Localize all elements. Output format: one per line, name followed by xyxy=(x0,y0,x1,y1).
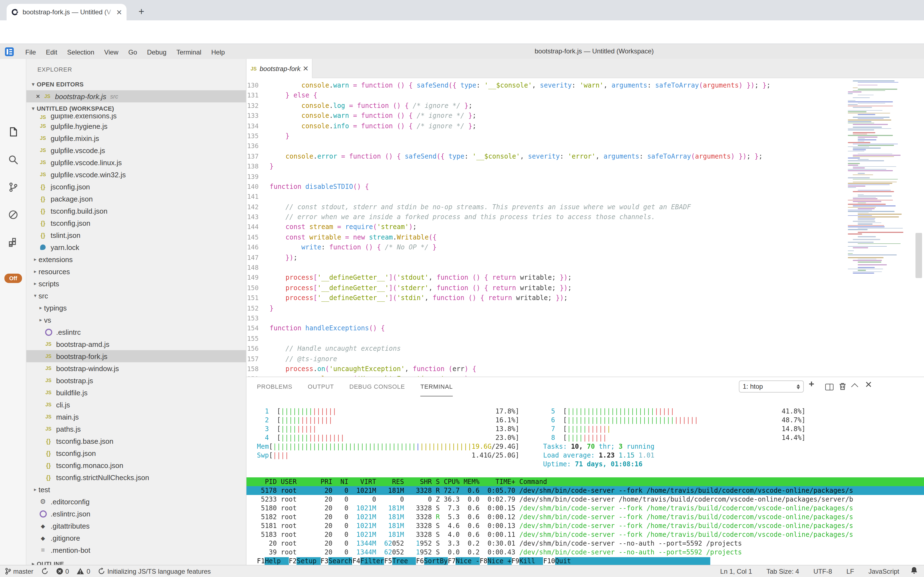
json-file-icon: {} xyxy=(44,450,53,456)
code-editor[interactable]: 130 console.warn = function () { safeSen… xyxy=(246,78,845,379)
explorer-sidebar: EXPLORER ▾ OPEN EDITORS × JS bootstrap-f… xyxy=(26,59,246,565)
code-line-145: 145 const writable = new stream.Writable… xyxy=(246,232,845,243)
tree-item-package.json[interactable]: {}package.json xyxy=(26,193,246,205)
menu-help[interactable]: Help xyxy=(206,48,230,56)
tree-item-.editorconfig[interactable]: ⚙.editorconfig xyxy=(26,495,246,508)
git-branch-item[interactable]: master xyxy=(5,567,33,575)
status-tab-size-4[interactable]: Tab Size: 4 xyxy=(767,567,799,575)
split-terminal-icon[interactable] xyxy=(825,384,834,390)
status-badge[interactable]: Off xyxy=(5,274,22,283)
tree-item-paths.js[interactable]: JSpaths.js xyxy=(26,423,246,435)
new-terminal-icon[interactable]: + xyxy=(809,379,814,390)
tree-item-main.js[interactable]: JSmain.js xyxy=(26,411,246,423)
tree-item-vs[interactable]: ▸vs xyxy=(26,314,246,326)
status-lf[interactable]: LF xyxy=(847,567,854,575)
new-tab-button[interactable]: + xyxy=(134,5,149,19)
panel-tab-debug-console[interactable]: DEBUG CONSOLE xyxy=(349,377,405,396)
terminal[interactable]: 1 [|||||||||||||| 17.8%] 5 [||||||||||||… xyxy=(246,407,924,566)
tree-item-src[interactable]: ▾src xyxy=(26,290,246,302)
minimap[interactable] xyxy=(845,78,916,377)
warnings-item[interactable]: 0 xyxy=(77,567,90,575)
notifications-bell-icon[interactable] xyxy=(910,567,918,576)
editor-tab-bar: JS bootstrap-fork.js ✕ xyxy=(246,59,924,78)
tree-item-bootstrap-fork.js[interactable]: JSbootstrap-fork.js xyxy=(26,350,246,362)
tree-item-.gitignore[interactable]: ◆.gitignore xyxy=(26,532,246,544)
tree-item-gulpfile.vscode.win32.js[interactable]: JSgulpfile.vscode.win32.js xyxy=(26,168,246,181)
extensions-icon[interactable] xyxy=(7,236,19,248)
tree-item-resources[interactable]: ▸resources xyxy=(26,265,246,277)
status-javascript[interactable]: JavaScript xyxy=(868,567,899,575)
process-row-39: 39 root 20 0 1344M 62052 1952 S 0.0 0.2 … xyxy=(246,548,924,557)
sync-item[interactable] xyxy=(41,567,48,575)
open-editor-item[interactable]: × JS bootstrap-fork.js src xyxy=(26,90,246,102)
tree-item-tsconfig.monaco.json[interactable]: {}tsconfig.monaco.json xyxy=(26,459,246,471)
menu-edit[interactable]: Edit xyxy=(41,48,62,56)
tree-item-tsconfig.build.json[interactable]: {}tsconfig.build.json xyxy=(26,205,246,217)
editor-scrollbar[interactable] xyxy=(916,233,922,278)
maximize-panel-icon[interactable] xyxy=(851,383,858,390)
js-file-icon: JS xyxy=(44,366,53,371)
status-utf-8[interactable]: UTF-8 xyxy=(813,567,832,575)
menu-go[interactable]: Go xyxy=(123,48,142,56)
section-open-editors[interactable]: ▾ OPEN EDITORS xyxy=(26,78,246,90)
close-panel-icon[interactable]: ✕ xyxy=(865,379,872,390)
htop-function-key-bar: F1Help F2Setup F3SearchF4FilterF5Tree F6… xyxy=(246,557,924,566)
tree-item-tsconfig.strictNullChecks.json[interactable]: {}tsconfig.strictNullChecks.json xyxy=(26,471,246,484)
tree-item-gulpfile.hygiene.js[interactable]: JSgulpfile.hygiene.js xyxy=(26,120,246,132)
browser-tab[interactable]: bootstrap-fork.js — Untitled (V ✕ xyxy=(6,4,127,20)
json-file-icon: {} xyxy=(39,195,47,202)
menu-view[interactable]: View xyxy=(99,48,124,56)
close-icon[interactable]: × xyxy=(34,92,42,100)
tree-item-extensions[interactable]: ▸extensions xyxy=(26,253,246,265)
tree-item-.gitattributes[interactable]: ◆.gitattributes xyxy=(26,520,246,532)
tree-item-typings[interactable]: ▸typings xyxy=(26,302,246,314)
tree-item-.eslintrc.json[interactable]: .eslintrc.json xyxy=(26,508,246,520)
tree-item-bootstrap-window.js[interactable]: JSbootstrap-window.js xyxy=(26,362,246,374)
panel-tab-terminal[interactable]: TERMINAL xyxy=(420,377,453,396)
kill-terminal-icon[interactable] xyxy=(839,383,846,393)
status-ln-1-col-1[interactable]: Ln 1, Col 1 xyxy=(720,567,752,575)
code-line-155: 155 xyxy=(246,334,845,344)
status-right: Ln 1, Col 1Tab Size: 4UTF-8LFJavaScript xyxy=(706,567,899,575)
code-line-150: 150 process['__defineGetter__']('stderr'… xyxy=(246,283,845,293)
explorer-icon[interactable] xyxy=(7,126,19,138)
tree-item-bootstrap-amd.js[interactable]: JSbootstrap-amd.js xyxy=(26,338,246,350)
tree-item-gulpfile.vscode.js[interactable]: JSgulpfile.vscode.js xyxy=(26,144,246,156)
tree-item-gulpfile.mixin.js[interactable]: JSgulpfile.mixin.js xyxy=(26,132,246,144)
eslint-file-icon xyxy=(44,327,53,337)
search-icon[interactable] xyxy=(7,154,19,166)
tree-item-scripts[interactable]: ▸scripts xyxy=(26,277,246,290)
code-line-136: 136 xyxy=(246,141,845,152)
tree-item-tslint.json[interactable]: {}tslint.json xyxy=(26,229,246,241)
tree-item-gulpfile.vscode.linux.js[interactable]: JSgulpfile.vscode.linux.js xyxy=(26,156,246,168)
tree-item-tsconfig.json[interactable]: {}tsconfig.json xyxy=(26,447,246,459)
tree-item-cli.js[interactable]: JScli.js xyxy=(26,399,246,411)
tree-item-tsconfig.json[interactable]: {}tsconfig.json xyxy=(26,217,246,229)
editor-tab-close-icon[interactable]: ✕ xyxy=(302,64,309,73)
menu-debug[interactable]: Debug xyxy=(142,48,171,56)
panel-tab-problems[interactable]: PROBLEMS xyxy=(257,377,292,396)
menu-terminal[interactable]: Terminal xyxy=(171,48,206,56)
editor-tab[interactable]: JS bootstrap-fork.js ✕ xyxy=(246,59,312,78)
source-control-icon[interactable] xyxy=(7,181,19,193)
screen: bootstrap-fork.js — Untitled (V ✕ + ← → … xyxy=(0,0,924,577)
menu-file[interactable]: File xyxy=(20,48,41,56)
terminal-select[interactable]: 1: htop xyxy=(739,380,804,393)
tree-item-.eslintrc[interactable]: .eslintrc xyxy=(26,326,246,338)
browser-tab-close-icon[interactable]: ✕ xyxy=(116,8,122,16)
panel-tab-output[interactable]: OUTPUT xyxy=(308,377,334,396)
menu-selection[interactable]: Selection xyxy=(62,48,99,56)
errors-item[interactable]: 0 xyxy=(56,567,69,575)
code-line-131: 131 } else { xyxy=(246,90,845,101)
tree-item-tsconfig.base.json[interactable]: {}tsconfig.base.json xyxy=(26,435,246,447)
tree-item-test[interactable]: ▸test xyxy=(26,484,246,495)
tree-item-.mention-bot[interactable]: ≡.mention-bot xyxy=(26,544,246,556)
tree-item-jsconfig.json[interactable]: {}jsconfig.json xyxy=(26,181,246,193)
tree-item-bootstrap.js[interactable]: JSbootstrap.js xyxy=(26,374,246,387)
debug-disabled-icon[interactable] xyxy=(7,209,19,221)
tree-item-yarn.lock[interactable]: yarn.lock xyxy=(26,241,246,253)
tree-item-gulpfile.extensions.js[interactable]: JSgulpfile.extensions.js xyxy=(26,114,246,120)
section-workspace[interactable]: ▾ UNTITLED (WORKSPACE) xyxy=(26,102,246,114)
tree-item-buildfile.js[interactable]: JSbuildfile.js xyxy=(26,387,246,399)
language-status-item[interactable]: Initializing JS/TS language features xyxy=(98,567,211,575)
